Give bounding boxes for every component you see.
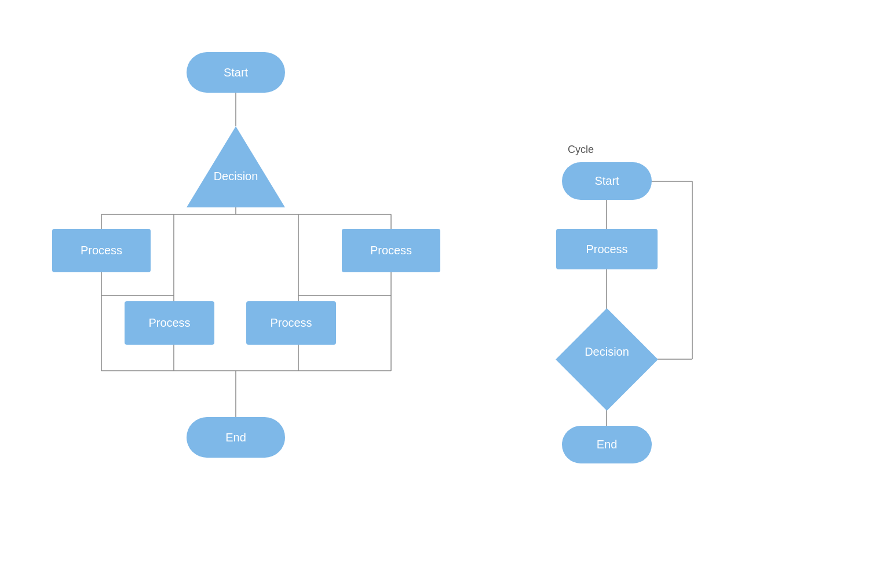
process3-label: Process xyxy=(148,316,190,330)
diagram2-process: Process xyxy=(556,229,658,269)
process1-label: Process xyxy=(81,244,122,257)
diagram2-title: Cycle xyxy=(568,144,594,156)
diagram2-process-label: Process xyxy=(586,243,627,256)
diagram1-decision-triangle xyxy=(187,126,285,207)
diagram1-decision-label: Decision xyxy=(187,170,285,183)
connectors-svg xyxy=(0,0,869,588)
diagram2-end: End xyxy=(562,426,652,463)
diagram1-process2: Process xyxy=(342,229,440,272)
diagram2-decision-label: Decision xyxy=(571,345,643,359)
diagram2-end-label: End xyxy=(597,438,618,451)
diagram2-decision-wrapper: Decision xyxy=(571,323,643,396)
diagram1-process1: Process xyxy=(52,229,151,272)
diagram1-decision-wrapper: Decision xyxy=(187,126,285,202)
diagram1-process4: Process xyxy=(246,301,336,345)
start-label: Start xyxy=(224,66,248,79)
diagram-container: Start Decision Process Process Process P… xyxy=(0,0,869,588)
diagram1-end: End xyxy=(187,417,285,458)
process4-label: Process xyxy=(270,316,312,330)
end-label: End xyxy=(225,431,246,444)
diagram2-start: Start xyxy=(562,162,652,200)
process2-label: Process xyxy=(370,244,412,257)
diagram2-start-label: Start xyxy=(594,174,619,188)
diagram1-start: Start xyxy=(187,52,285,93)
diagram1-process3: Process xyxy=(125,301,214,345)
diagram2-decision-diamond xyxy=(556,308,658,411)
